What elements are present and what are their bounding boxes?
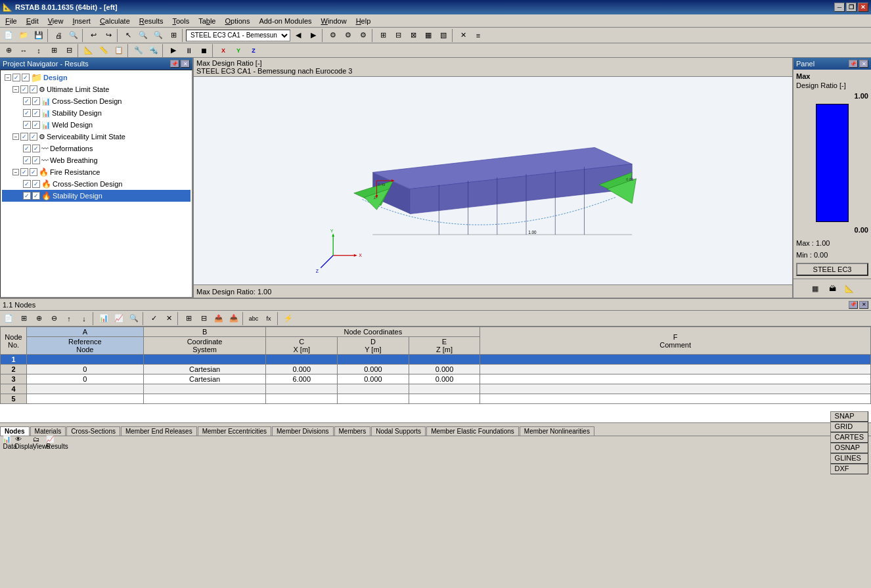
cb-stability-uls[interactable] (23, 109, 31, 117)
panel-pin[interactable]: 📌 (849, 60, 858, 68)
tb2-12[interactable]: ⏸ (181, 44, 196, 57)
cb-stability-fire2[interactable] (32, 192, 40, 200)
cb-root2[interactable] (22, 74, 30, 81)
status-dxf[interactable]: DXF (830, 464, 868, 474)
menu-view[interactable]: View (44, 16, 68, 26)
status-grid[interactable]: GRID (830, 422, 868, 432)
tab-member-end-releases[interactable]: Member End Releases (121, 426, 197, 436)
menu-file[interactable]: File (1, 16, 21, 26)
panel-icon1[interactable]: ▦ (808, 282, 822, 295)
tb-more[interactable]: ≡ (471, 29, 485, 42)
cb-root[interactable] (12, 74, 20, 81)
tab-member-elastic-foundations[interactable]: Member Elastic Foundations (426, 426, 519, 436)
menu-insert[interactable]: Insert (68, 16, 95, 26)
expand-root[interactable]: − (5, 74, 11, 81)
tb2-5[interactable]: ⊟ (62, 44, 76, 57)
panel-steelec3-btn[interactable]: STEEL EC3 (796, 263, 868, 276)
tb-grid2[interactable]: ⊟ (391, 29, 405, 42)
cb-weld2[interactable] (32, 121, 40, 129)
tree-deform[interactable]: 〰 Deformations (2, 143, 190, 154)
tb2-7[interactable]: 📏 (97, 44, 111, 57)
menu-addon[interactable]: Add-on Modules (255, 16, 315, 26)
tab-members[interactable]: Members (334, 426, 371, 436)
tb2-2[interactable]: ↔ (16, 44, 31, 57)
tab-nodal-supports[interactable]: Nodal Supports (371, 426, 426, 436)
tab-member-divisions[interactable]: Member Divisions (272, 426, 333, 436)
menu-help[interactable]: Help (352, 16, 375, 26)
table-row[interactable]: 5 (1, 394, 871, 404)
tb-fit[interactable]: ⊞ (166, 29, 181, 42)
cb-crosssec2[interactable] (32, 97, 40, 105)
table-row[interactable]: 20Cartesian0.0000.0000.000 (1, 365, 871, 374)
tb-new[interactable]: 📄 (1, 29, 16, 42)
btb-7[interactable]: 📊 (97, 312, 111, 325)
case-dropdown[interactable]: STEEL EC3 CA1 - Bemessun (186, 30, 290, 41)
tb2-axis-y[interactable]: Y (231, 44, 246, 57)
tb2-4[interactable]: ⊞ (47, 44, 61, 57)
menu-results[interactable]: Results (135, 16, 168, 26)
menu-calculate[interactable]: Calculate (96, 16, 134, 26)
cb-crosssec-fire2[interactable] (32, 180, 40, 188)
tb2-8[interactable]: 📋 (112, 44, 126, 57)
tab-nodes[interactable]: Nodes (0, 426, 30, 436)
tb2-3[interactable]: ↕ (32, 44, 46, 57)
btb-8[interactable]: 📈 (112, 312, 126, 325)
menu-tools[interactable]: Tools (168, 16, 193, 26)
tb-save[interactable]: 💾 (32, 29, 46, 42)
table-row[interactable]: 4 (1, 384, 871, 394)
tb-prev-case[interactable]: ◀ (291, 29, 305, 42)
tb-zoom-in[interactable]: 🔍 (136, 29, 150, 42)
tb2-axis-z[interactable]: Z (246, 44, 261, 57)
table-row[interactable]: 30Cartesian6.0000.0000.000 (1, 374, 871, 384)
status-glines[interactable]: GLINES (830, 453, 868, 464)
cb-fire2[interactable] (30, 168, 37, 176)
tree-weld[interactable]: 📊 Weld Design (2, 119, 190, 131)
tree-ultimate[interactable]: − ⚙ Ultimate Limit State (2, 83, 190, 95)
panel-close[interactable]: ✕ (859, 60, 868, 68)
tab-cross-sections[interactable]: Cross-Sections (66, 426, 120, 436)
cb-crosssec-fire[interactable] (23, 180, 31, 188)
tree-root[interactable]: − 📁 Design (2, 72, 190, 83)
tb-grid5[interactable]: ▧ (436, 29, 451, 42)
cb-deform2[interactable] (32, 145, 40, 152)
btb-filter[interactable]: ⚡ (281, 312, 296, 325)
minimize-btn[interactable]: ─ (834, 3, 845, 12)
tb-next-case[interactable]: ▶ (306, 29, 321, 42)
tb2-13[interactable]: ⏹ (196, 44, 211, 57)
menu-window[interactable]: Window (317, 16, 351, 26)
tb-render[interactable]: ⚙ (326, 29, 340, 42)
menu-table[interactable]: Table (194, 16, 219, 26)
tb-render2[interactable]: ⚙ (341, 29, 355, 42)
tree-stability-fire[interactable]: 🔥 Stability Design (2, 190, 190, 202)
expand-fire[interactable]: − (12, 169, 19, 175)
nav-display[interactable]: 👁 Display (18, 436, 33, 449)
btb-10[interactable]: ✓ (146, 312, 161, 325)
bottom-pin[interactable]: 📌 (849, 301, 858, 309)
tb-zoom-out[interactable]: 🔍 (151, 29, 166, 42)
tree-stability-uls[interactable]: 📊 Stability Design (2, 107, 190, 119)
btb-abc[interactable]: abc (246, 312, 261, 325)
tb-grid4[interactable]: ▦ (421, 29, 436, 42)
btb-3[interactable]: ⊕ (32, 312, 46, 325)
cb-fire[interactable] (20, 168, 28, 176)
panel-icon3[interactable]: 📐 (842, 282, 857, 295)
cb-ultimate[interactable] (20, 85, 28, 93)
cb-webbreathing[interactable] (23, 156, 31, 164)
tab-materials[interactable]: Materials (30, 426, 66, 436)
viewport-canvas[interactable]: X Y Z 1.00 0.49 (194, 77, 792, 284)
btb-12[interactable]: ⊞ (181, 312, 196, 325)
btb-fx[interactable]: fx (261, 312, 276, 325)
btb-4[interactable]: ⊖ (47, 312, 61, 325)
btb-import[interactable]: 📥 (227, 312, 241, 325)
tab-member-nonlinearities[interactable]: Member Nonlinearities (520, 426, 594, 436)
cb-webbreathing2[interactable] (32, 156, 40, 164)
table-row[interactable]: 1 (1, 355, 871, 365)
tb2-6[interactable]: 📐 (81, 44, 96, 57)
tb-print[interactable]: 🖨 (51, 29, 66, 42)
btb-2[interactable]: ⊞ (16, 312, 31, 325)
btb-1[interactable]: 📄 (1, 312, 16, 325)
nav-close[interactable]: ✕ (181, 60, 190, 68)
tb2-10[interactable]: 🔩 (146, 44, 161, 57)
tb-redo[interactable]: ↪ (101, 29, 116, 42)
tb-grid3[interactable]: ⊠ (406, 29, 420, 42)
